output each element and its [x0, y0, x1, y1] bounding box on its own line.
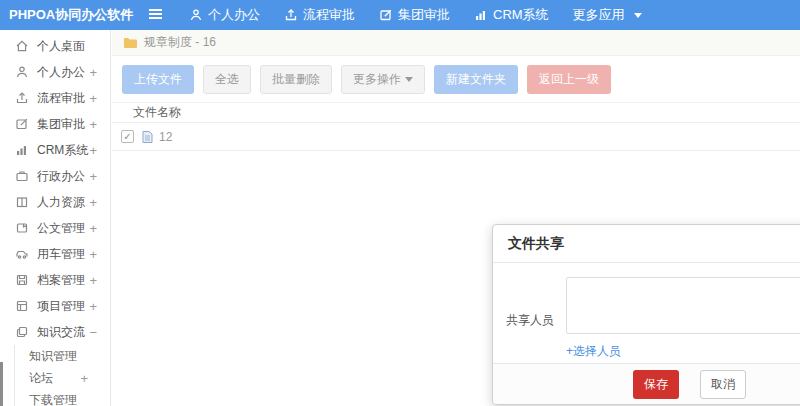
breadcrumb-label: 规章制度 - 16	[144, 34, 216, 51]
app-logo: PHPOA协同办公软件	[0, 6, 130, 24]
hamburger-menu-button[interactable]	[148, 8, 163, 23]
modal-body: 共享人员 +选择人员	[493, 263, 800, 363]
sidebar-item-group-approval[interactable]: 集团审批 +	[0, 111, 110, 137]
expand-sign: +	[80, 371, 88, 386]
expand-sign: +	[89, 273, 97, 288]
submenu-item-knowledge-management[interactable]: 知识管理	[15, 345, 110, 367]
column-header-filename: 文件名称	[133, 104, 181, 121]
sidebar-item-workflow-approval[interactable]: 流程审批 +	[0, 85, 110, 111]
chart-icon	[15, 143, 29, 157]
archive-icon	[15, 273, 29, 287]
modal-header: 文件共享	[493, 225, 800, 263]
topnav-label: CRM系统	[493, 6, 549, 24]
button-label: 新建文件夹	[446, 71, 506, 88]
sidebar-item-label: 公文管理	[37, 220, 89, 237]
cancel-button[interactable]: 取消	[700, 370, 746, 399]
sidebar-item-label: 行政办公	[37, 168, 89, 185]
sidebar-item-label: CRM系统	[37, 142, 89, 159]
topnav-personal-office[interactable]: 个人办公	[177, 0, 272, 30]
edit-icon	[379, 8, 393, 22]
submenu-item-forum[interactable]: 论坛 +	[15, 367, 110, 389]
button-label: 全选	[215, 71, 239, 88]
sidebar-item-label: 流程审批	[37, 90, 89, 107]
sidebar-item-label: 档案管理	[37, 272, 89, 289]
chart-icon	[474, 8, 488, 22]
button-label: 保存	[644, 376, 668, 393]
share-personnel-input[interactable]	[566, 277, 800, 334]
document-icon	[15, 221, 29, 235]
chevron-down-icon	[405, 77, 413, 82]
select-all-button[interactable]: 全选	[203, 65, 251, 94]
breadcrumb: 规章制度 - 16	[112, 30, 800, 56]
sidebar-item-label: 人力资源	[37, 194, 89, 211]
expand-sign: +	[89, 65, 97, 80]
sidebar-item-label: 知识交流	[37, 324, 89, 341]
submenu-item-label: 论坛	[29, 370, 80, 387]
chevron-down-icon	[634, 13, 642, 18]
file-row[interactable]: 12	[112, 123, 800, 151]
sidebar-item-personal-office[interactable]: 个人办公 +	[0, 59, 110, 85]
select-personnel-link[interactable]: +选择人员	[566, 343, 800, 360]
share-icon	[15, 325, 29, 339]
car-icon	[15, 247, 29, 261]
expand-sign: +	[89, 195, 97, 210]
topbar: PHPOA协同办公软件 个人办公 流程审批 集团审批	[0, 0, 800, 30]
sidebar-scrollbar-thumb[interactable]	[0, 362, 3, 406]
batch-delete-button[interactable]: 批量删除	[260, 65, 332, 94]
file-name: 12	[159, 130, 172, 144]
modal-footer: 保存 取消	[493, 363, 800, 404]
go-back-button[interactable]: 返回上一级	[527, 65, 611, 94]
sidebar: 个人桌面 个人办公 + 流程审批 + 集团审批 + CRM系统 + 行政办公	[0, 30, 111, 406]
new-folder-button[interactable]: 新建文件夹	[434, 65, 518, 94]
save-button[interactable]: 保存	[633, 370, 679, 399]
button-label: 上传文件	[134, 71, 182, 88]
briefcase-icon	[15, 169, 29, 183]
sidebar-item-crm-system[interactable]: CRM系统 +	[0, 137, 110, 163]
file-table-header: 文件名称	[112, 102, 800, 123]
sidebar-item-label: 个人桌面	[37, 38, 97, 55]
book-icon	[15, 195, 29, 209]
submenu-item-download-management[interactable]: 下载管理	[15, 389, 110, 406]
expand-sign: +	[89, 169, 97, 184]
sidebar-item-admin-office[interactable]: 行政办公 +	[0, 163, 110, 189]
modal-title: 文件共享	[508, 235, 564, 251]
sidebar-item-vehicle-management[interactable]: 用车管理 +	[0, 241, 110, 267]
button-label: 更多操作	[353, 71, 401, 88]
topnav-crm-system[interactable]: CRM系统	[462, 0, 561, 30]
expand-sign: +	[89, 91, 97, 106]
sidebar-item-archive-management[interactable]: 档案管理 +	[0, 267, 110, 293]
sidebar-item-label: 用车管理	[37, 246, 89, 263]
expand-sign: +	[89, 143, 97, 158]
user-icon	[15, 65, 29, 79]
submenu-item-label: 下载管理	[29, 392, 88, 406]
more-actions-button[interactable]: 更多操作	[341, 65, 425, 94]
topnav-label: 更多应用	[573, 6, 625, 24]
button-label: 取消	[711, 376, 735, 393]
row-checkbox[interactable]	[121, 130, 134, 143]
topnav-workflow-approval[interactable]: 流程审批	[272, 0, 367, 30]
top-navigation: 个人办公 流程审批 集团审批 CRM系统 更多应用	[177, 0, 654, 30]
sidebar-item-document-management[interactable]: 公文管理 +	[0, 215, 110, 241]
folder-icon	[123, 36, 144, 49]
file-toolbar: 上传文件 全选 批量删除 更多操作 新建文件夹 返回上一级	[112, 56, 800, 102]
sidebar-item-human-resources[interactable]: 人力资源 +	[0, 189, 110, 215]
file-icon	[141, 130, 159, 144]
topnav-more-apps[interactable]: 更多应用	[561, 0, 654, 30]
topnav-label: 流程审批	[303, 6, 355, 24]
sidebar-item-label: 项目管理	[37, 298, 89, 315]
expand-sign: +	[89, 117, 97, 132]
topnav-group-approval[interactable]: 集团审批	[367, 0, 462, 30]
expand-sign: +	[89, 247, 97, 262]
home-icon	[15, 39, 29, 53]
file-share-modal: 文件共享 共享人员 +选择人员 保存 取消	[492, 224, 800, 405]
sidebar-item-personal-desktop[interactable]: 个人桌面	[0, 33, 110, 59]
upload-icon	[284, 8, 298, 22]
button-label: 返回上一级	[539, 71, 599, 88]
expand-sign: +	[89, 221, 97, 236]
sidebar-item-knowledge-exchange[interactable]: 知识交流 −	[0, 319, 110, 345]
upload-icon	[15, 91, 29, 105]
upload-file-button[interactable]: 上传文件	[122, 65, 194, 94]
expand-sign: −	[89, 325, 97, 340]
topnav-label: 个人办公	[208, 6, 260, 24]
sidebar-item-project-management[interactable]: 项目管理 +	[0, 293, 110, 319]
